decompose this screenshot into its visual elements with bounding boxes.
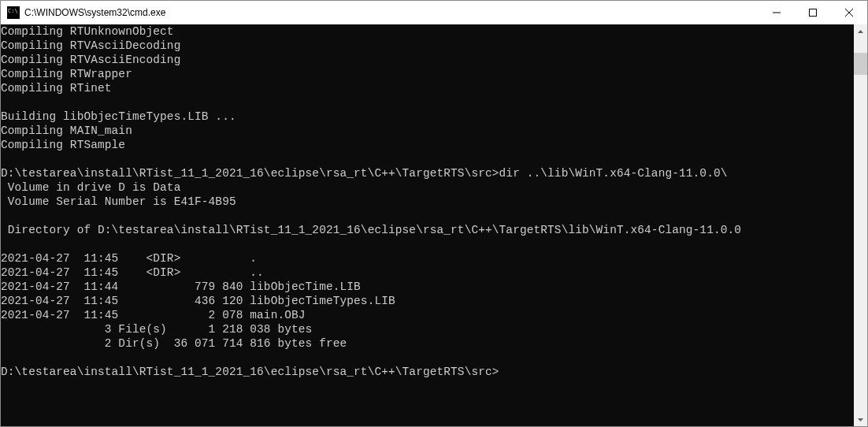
minimize-icon — [773, 9, 781, 17]
maximize-button[interactable] — [795, 1, 831, 24]
svg-marker-5 — [858, 418, 863, 421]
close-icon — [845, 9, 853, 17]
cmd-window: C:\WINDOWS\system32\cmd.exe Compiling RT… — [0, 0, 868, 427]
console-output[interactable]: Compiling RTUnknownObject Compiling RTVA… — [1, 24, 854, 426]
window-title: C:\WINDOWS\system32\cmd.exe — [24, 7, 759, 18]
scroll-down-button[interactable] — [854, 413, 867, 426]
close-button[interactable] — [831, 1, 867, 24]
minimize-button[interactable] — [759, 1, 795, 24]
svg-rect-1 — [810, 9, 817, 17]
vertical-scrollbar[interactable] — [854, 24, 867, 426]
client-area: Compiling RTUnknownObject Compiling RTVA… — [1, 24, 867, 426]
chevron-down-icon — [858, 418, 863, 421]
scroll-up-button[interactable] — [854, 24, 867, 38]
titlebar[interactable]: C:\WINDOWS\system32\cmd.exe — [1, 1, 867, 24]
window-controls — [759, 1, 867, 24]
cmd-icon — [7, 6, 20, 19]
maximize-icon — [809, 9, 817, 17]
scroll-thumb[interactable] — [854, 53, 867, 75]
svg-marker-4 — [858, 30, 863, 33]
chevron-up-icon — [858, 30, 863, 33]
